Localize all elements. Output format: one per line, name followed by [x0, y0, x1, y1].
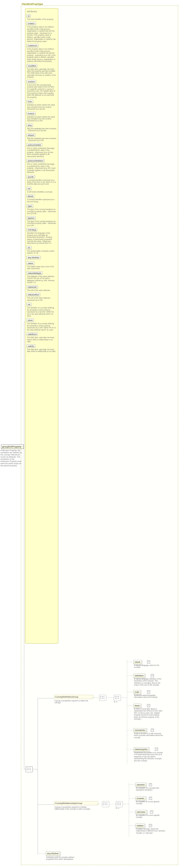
attribute-name: dir	[27, 246, 32, 250]
attribute-name: id	[27, 14, 31, 18]
attribute-xml-lang: xml:langSpecifies the language of this p…	[27, 228, 57, 245]
attribute-valueunit: valueunitThe unit of the value attribute…	[27, 285, 57, 292]
attribute-desc	[27, 259, 57, 261]
attribute-desc: A concept identifier expressed as a free…	[27, 198, 57, 204]
connector	[127, 749, 133, 749]
cdg-desc: A group of properites required to define…	[54, 700, 92, 704]
connector	[38, 854, 46, 854]
expand-icon[interactable]: +	[149, 783, 152, 786]
crg-desc: A group of properites required to indica…	[54, 806, 97, 810]
element-desc: An identifier of a concept with equivale…	[136, 787, 166, 791]
sequence-icon	[99, 695, 106, 701]
attribute-name: value	[27, 261, 34, 265]
concept-definition-group: ConceptDefinitionGroup	[54, 695, 94, 699]
attribute-id: idThe local identifier of the property.	[27, 14, 57, 21]
root-element: groupExtProperty	[1, 444, 24, 449]
attribute-rel: relThe identifier of a concept defining …	[27, 303, 57, 318]
expand-icon[interactable]: +	[149, 797, 152, 800]
connector	[129, 812, 136, 812]
connector	[38, 698, 54, 699]
attribute-desc: The identifier of a concept defining the…	[27, 306, 57, 318]
element-desc: An identifier of a more specific concept…	[136, 814, 166, 818]
attribute-whyuri: whyuriWhy the metadata has been included…	[27, 133, 57, 143]
attribute-name: type	[27, 204, 33, 208]
connector	[121, 698, 127, 698]
connector	[33, 769, 38, 769]
attribute-desc: One or many constraints that apply to pu…	[27, 147, 57, 158]
attribute-name: validto	[27, 344, 35, 348]
attribute-modified: modifiedThe date (and, optionally, the t…	[27, 64, 57, 80]
attribute-name: modified	[27, 64, 37, 68]
element-sameAs: sameAs	[136, 783, 146, 787]
expand-icon[interactable]: +	[147, 704, 150, 707]
attribute-valueunituri: valueunituriThe unit of the value attrib…	[27, 293, 57, 302]
sequence-icon	[26, 766, 33, 772]
concept-relationships-group: ConceptRelationshipsGroup	[54, 801, 98, 805]
attribute-validfrom: validfromThe date (and, optionally, the …	[27, 333, 57, 344]
attribute-creatoruri: creatoruriIf the property value is not d…	[27, 44, 57, 63]
attribute-name: howuri	[27, 112, 36, 115]
element-remoteInfo: remoteInfo	[133, 728, 147, 732]
attribute-desc: The date (and, optionally, the time) aft…	[27, 348, 57, 354]
attribute-desc: A concept identifier expressed as a stri…	[27, 179, 57, 186]
connector	[106, 698, 114, 698]
element-desc: A related concept, where the relationshi…	[136, 828, 166, 834]
attribute-desc: The local identifier of the property.	[27, 18, 57, 21]
sequence-icon	[102, 801, 109, 807]
expand-icon[interactable]: +	[147, 690, 150, 693]
attribute-desc: Why the metadata has been included - exp…	[27, 137, 57, 143]
connector	[38, 804, 54, 805]
attribute-name: custom	[27, 80, 36, 84]
attribute-custom: customIf set to true the corresponding p…	[27, 80, 57, 99]
connector	[127, 730, 133, 730]
attribute-literal: literalA concept identifier expressed as…	[27, 194, 57, 204]
connector	[97, 804, 102, 804]
attribute-name: creator	[27, 22, 36, 25]
element-desc: Represents the position of a concept in …	[134, 751, 164, 762]
expand-icon[interactable]: +	[149, 824, 152, 827]
attribute-name: valueunituri	[27, 293, 40, 297]
element-definition: definition	[133, 674, 145, 678]
cardinality: 0..∞	[114, 701, 117, 703]
attribute-name: literal	[27, 194, 34, 198]
any-other-desc: Extension point for provider-defined pro…	[46, 856, 82, 860]
attribute-name: validfrom	[27, 333, 38, 336]
element-name: name	[133, 660, 142, 664]
attribute-how: howIndicates by which means the value wa…	[27, 100, 57, 111]
connector	[109, 804, 116, 804]
root-element-desc: Extension Property: the semantics are de…	[1, 450, 22, 467]
attribute-desc: The related value (see more in the spec …	[27, 265, 57, 271]
connector	[127, 692, 133, 692]
attribute-typeuri: typeuriThe type of the concept assigned …	[27, 216, 57, 227]
element-desc: In NAR 1.8 and later 'facet' is deprecat…	[134, 708, 164, 720]
attribute-name: valueunit	[27, 285, 38, 289]
attribute-pubconstraint: pubconstraintOne or many constraints tha…	[27, 143, 57, 158]
attribute-type: typeThe type of the concept assigned as …	[27, 204, 57, 215]
attribute-name: creatoruri	[27, 44, 38, 48]
element-hierarchyInfo: hierarchyInfo	[133, 747, 149, 751]
element-desc: A link to an item or a web resource whic…	[134, 733, 164, 739]
attribute-desc: If the property value is not defined, sp…	[27, 25, 57, 43]
attribute-desc: Indicates by which means the value was e…	[27, 103, 57, 111]
expand-icon[interactable]: +	[151, 728, 154, 732]
expand-icon[interactable]: +	[150, 810, 153, 813]
attribute-name: valuedatatype	[27, 271, 43, 275]
expand-icon[interactable]: +	[147, 660, 150, 663]
attribute-valuedatatype: valuedatatypeThe datatype of the value a…	[27, 271, 57, 285]
attribute-desc: The unit of the value attribute.	[27, 289, 57, 292]
expand-icon[interactable]: +	[151, 674, 154, 677]
attribute-creator: creatorIf the property value is not defi…	[27, 22, 57, 43]
connector	[129, 783, 129, 837]
element-desc: An identifier of a more generic concept.	[136, 801, 166, 805]
connector	[129, 798, 136, 799]
attribute-name: why	[27, 124, 33, 127]
attribute-name: qcode	[27, 175, 35, 179]
element-note: note	[133, 690, 141, 694]
connector	[129, 826, 136, 826]
attribute-name: rel	[27, 303, 32, 306]
attribute-reluri: reluriThe identifier of a concept defini…	[27, 318, 57, 332]
connector	[129, 784, 136, 785]
attribute-desc: The directionality of textual content (v…	[27, 250, 57, 255]
expand-icon[interactable]: +	[155, 748, 158, 751]
attribute-validto: validtoThe date (and, optionally, the ti…	[27, 344, 57, 354]
